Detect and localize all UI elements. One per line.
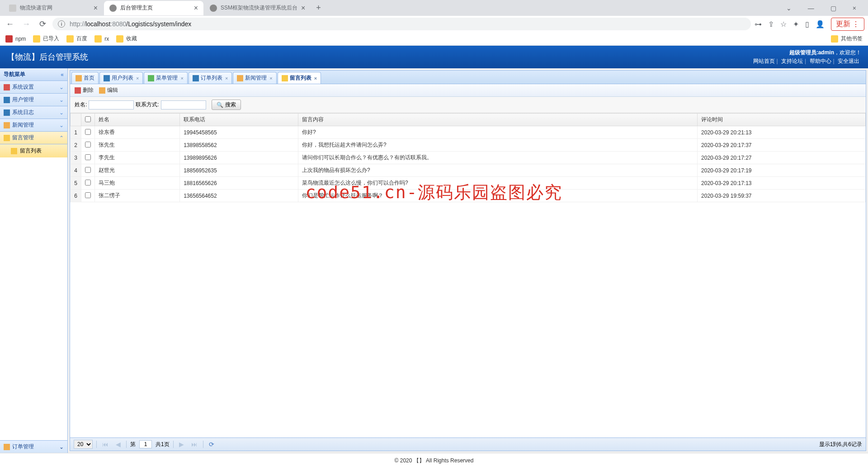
link-forum[interactable]: 支持论坛 [779, 58, 805, 64]
col-phone[interactable]: 联系电话 [180, 114, 298, 126]
info-icon[interactable]: i [58, 20, 65, 28]
update-button[interactable]: 更新 ⋮ [831, 18, 864, 31]
close-icon[interactable]: × [225, 76, 228, 81]
link-help[interactable]: 帮助中心 [808, 58, 833, 64]
sidebar-sub-message-list[interactable]: 留言列表 [0, 144, 67, 157]
sidebar-item-system[interactable]: 系统设置⌄ [0, 81, 67, 94]
close-icon[interactable]: × [180, 76, 183, 81]
contact-input[interactable] [161, 100, 206, 109]
tab-news-mgmt[interactable]: 新闻管理× [233, 72, 276, 84]
tab-user-list[interactable]: 用户列表× [99, 72, 143, 84]
tab-home[interactable]: 首页 [71, 72, 99, 84]
table-row[interactable]: 6 张二愣子 13656564652 你们是帮忙运作什么托运服务啊？ 2020-… [71, 190, 866, 202]
close-icon[interactable]: × [301, 4, 305, 12]
delete-icon [75, 87, 81, 94]
prev-page-button[interactable]: ◀ [114, 440, 123, 449]
chevron-down-icon: ⌄ [59, 97, 64, 103]
select-all-checkbox[interactable] [85, 116, 91, 122]
name-input[interactable] [89, 100, 134, 109]
cell-content: 你们是帮忙运作什么托运服务啊？ [298, 190, 697, 202]
refresh-button[interactable]: ⟳ [207, 440, 216, 449]
sidebar-item-news[interactable]: 新闻管理⌄ [0, 119, 67, 132]
bookmark-baidu[interactable]: 百度 [66, 35, 87, 43]
minimize-icon[interactable]: — [804, 3, 818, 14]
rss-icon [4, 122, 10, 128]
bookmark-imported[interactable]: 已导入 [33, 35, 59, 43]
list-icon [11, 148, 17, 154]
search-button[interactable]: 🔍搜索 [212, 100, 241, 110]
new-tab-button[interactable]: + [311, 3, 326, 13]
extensions-icon[interactable]: ✦ [793, 20, 799, 29]
reload-button[interactable]: ⟳ [36, 18, 49, 30]
chevron-down-icon[interactable]: ⌄ [783, 3, 795, 14]
folder-icon [66, 35, 74, 43]
table-row[interactable]: 3 李先生 13989895626 请问你们可以长期合作么？有优惠么？有的话联系… [71, 152, 866, 164]
browser-tab-0[interactable]: 物流快递官网 × [4, 1, 103, 15]
link-home[interactable]: 网站首页 [751, 58, 777, 64]
row-checkbox[interactable] [85, 192, 91, 198]
sidebar-item-message[interactable]: 留言管理⌃ [0, 132, 67, 144]
cell-time: 2020-03-29 20:21:13 [698, 126, 866, 139]
cell-content: 你好，我想托运超大件请问怎么弄? [298, 139, 697, 152]
cell-time: 2020-03-29 20:17:27 [698, 152, 866, 164]
share-icon[interactable]: ⇪ [768, 20, 774, 29]
col-name[interactable]: 姓名 [95, 114, 180, 126]
page-size-select[interactable]: 20 [74, 440, 93, 449]
back-button[interactable]: ← [4, 18, 16, 30]
table-row[interactable]: 2 张先生 13898558562 你好，我想托运超大件请问怎么弄? 2020-… [71, 139, 866, 152]
table-row[interactable]: 4 赵世光 18856952635 上次我的物品有损坏怎么办? 2020-03-… [71, 164, 866, 177]
row-checkbox[interactable] [85, 167, 91, 173]
col-time[interactable]: 评论时间 [698, 114, 866, 126]
chevron-down-icon: ⌄ [59, 109, 64, 116]
close-icon[interactable]: × [94, 4, 98, 12]
close-icon[interactable]: × [849, 3, 860, 14]
data-grid: 姓名 联系电话 留言内容 评论时间 1 徐东香 19945458565 你好? … [70, 113, 866, 437]
page-input[interactable] [139, 440, 152, 448]
favicon-icon [109, 5, 117, 12]
tab-menu-mgmt[interactable]: 菜单管理× [144, 72, 187, 84]
collapse-icon[interactable]: « [61, 71, 64, 78]
url-input[interactable]: i http://localhost:8080/Logistics/system… [52, 18, 751, 30]
bookmark-fav[interactable]: 收藏 [116, 35, 137, 43]
key-icon[interactable]: ⊶ [755, 20, 762, 29]
tab-order-list[interactable]: 订单列表× [189, 72, 232, 84]
cell-content: 上次我的物品有损坏怎么办? [298, 164, 697, 177]
browser-tab-1[interactable]: 后台管理主页 × [104, 1, 203, 15]
sidebar-item-log[interactable]: 系统日志⌄ [0, 106, 67, 119]
sidebar-item-user[interactable]: 用户管理⌄ [0, 94, 67, 106]
close-icon[interactable]: × [314, 76, 317, 81]
bookmark-rx[interactable]: rx [94, 35, 109, 43]
delete-button[interactable]: 删除 [75, 86, 94, 94]
cell-name: 李先生 [95, 152, 180, 164]
col-content[interactable]: 留言内容 [298, 114, 697, 126]
profile-icon[interactable]: 👤 [816, 20, 825, 29]
last-page-button[interactable]: ⏭ [189, 440, 199, 449]
panel-icon[interactable]: ▯ [805, 20, 809, 29]
bookmark-npm[interactable]: npm [5, 35, 26, 43]
next-page-button[interactable]: ▶ [177, 440, 186, 449]
sidebar-item-order[interactable]: 订单管理⌄ [0, 440, 67, 453]
row-checkbox[interactable] [85, 180, 91, 185]
edit-button[interactable]: 编辑 [99, 86, 118, 94]
other-bookmarks[interactable]: 其他书签 [831, 35, 863, 43]
browser-tab-2[interactable]: SSM框架物流快递管理系统后台 × [204, 1, 311, 15]
table-row[interactable]: 1 徐东香 19945458565 你好? 2020-03-29 20:21:1… [71, 126, 866, 139]
forward-button[interactable]: → [20, 18, 33, 30]
row-checkbox[interactable] [85, 142, 91, 147]
close-icon[interactable]: × [136, 76, 139, 81]
row-checkbox[interactable] [85, 154, 91, 160]
tab-message-list[interactable]: 留言列表× [278, 72, 321, 84]
star-icon[interactable]: ☆ [780, 20, 787, 29]
close-icon[interactable]: × [194, 4, 198, 12]
toolbar: 删除 编辑 [70, 84, 866, 97]
maximize-icon[interactable]: ▢ [827, 3, 840, 14]
order-icon [4, 444, 10, 450]
link-logout[interactable]: 安全退出 [836, 58, 861, 64]
row-checkbox[interactable] [85, 129, 91, 135]
close-icon[interactable]: × [269, 76, 272, 81]
first-page-button[interactable]: ⏮ [100, 440, 110, 449]
footer: © 2020 【】 All Rights Reserved [0, 453, 868, 466]
edit-icon [99, 87, 105, 94]
table-row[interactable]: 5 马三炮 18816565626 菜鸟物流最近怎么这么慢，你们可以合作吗? 2… [71, 177, 866, 190]
cell-name: 张二愣子 [95, 190, 180, 202]
